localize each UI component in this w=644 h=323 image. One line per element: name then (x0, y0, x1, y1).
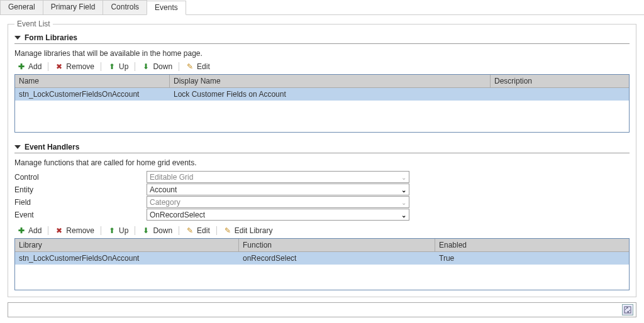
pencil-icon: ✎ (223, 226, 232, 235)
up-button[interactable]: ⬆ Up (105, 226, 131, 236)
pencil-icon: ✎ (186, 62, 194, 71)
chevron-down-icon: ⌄ (401, 186, 406, 193)
event-list-fieldset: Event List Form Libraries Manage librari… (8, 24, 636, 297)
arrow-down-icon: ⬇ (142, 62, 150, 71)
event-select[interactable]: OnRecordSelect ⌄ (147, 209, 409, 221)
down-button[interactable]: ⬇ Down (139, 62, 175, 72)
x-icon: ✖ (55, 226, 64, 235)
edit-library-label: Edit Library (235, 226, 273, 235)
event-handlers-description: Manage functions that are called for hom… (14, 158, 630, 167)
col-display-name[interactable]: Display Name (170, 75, 491, 87)
entity-select[interactable]: Account ⌄ (147, 183, 409, 195)
separator (135, 62, 135, 71)
plus-icon: ✚ (17, 62, 26, 71)
cell-description (491, 88, 629, 101)
down-label: Down (153, 62, 172, 71)
plus-icon: ✚ (17, 226, 26, 235)
chevron-down-icon: ⌄ (401, 199, 406, 205)
remove-button[interactable]: ✖ Remove (52, 226, 97, 236)
separator (101, 226, 101, 235)
arrow-up-icon: ⬆ (108, 62, 116, 71)
field-row: Field Category ⌄ (14, 196, 630, 208)
separator (179, 226, 179, 235)
collapse-icon (14, 145, 21, 149)
add-button[interactable]: ✚ Add (14, 226, 44, 236)
entity-value: Account (150, 185, 177, 194)
form-libraries-description: Manage libraries that will be available … (14, 49, 630, 58)
event-handlers-grid: Library Function Enabled stn_LockCustome… (14, 238, 630, 290)
up-label: Up (119, 226, 128, 235)
table-row[interactable]: stn_LockCustomerFieldsOnAccount Lock Cus… (15, 88, 629, 101)
separator (48, 62, 48, 71)
control-select[interactable]: Editable Grid ⌄ (147, 171, 409, 183)
add-label: Add (28, 62, 42, 71)
collapse-icon (14, 36, 21, 40)
cell-function: onRecordSelect (239, 252, 435, 265)
up-label: Up (119, 62, 128, 71)
arrow-up-icon: ⬆ (108, 226, 116, 235)
expand-icon[interactable] (622, 304, 633, 315)
tab-controls[interactable]: Controls (103, 0, 147, 14)
down-button[interactable]: ⬇ Down (139, 226, 175, 236)
tab-primary-field[interactable]: Primary Field (43, 0, 104, 14)
field-label: Field (14, 198, 147, 207)
chevron-down-icon: ⌄ (401, 211, 406, 218)
field-select[interactable]: Category ⌄ (147, 196, 409, 208)
pencil-icon: ✎ (186, 226, 194, 235)
separator (101, 62, 101, 71)
tab-bar: General Primary Field Controls Events (0, 0, 644, 15)
form-libraries-grid: Name Display Name Description stn_LockCu… (14, 74, 630, 133)
table-row[interactable]: stn_LockCustomerFieldsOnAccount onRecord… (15, 252, 629, 265)
add-button[interactable]: ✚ Add (14, 62, 44, 72)
event-label: Event (14, 211, 147, 219)
edit-library-button[interactable]: ✎ Edit Library (221, 226, 275, 236)
cell-library: stn_LockCustomerFieldsOnAccount (15, 252, 239, 265)
separator (216, 226, 217, 235)
col-library[interactable]: Library (15, 239, 239, 251)
arrow-down-icon: ⬇ (142, 226, 150, 235)
event-handlers-title: Event Handlers (25, 143, 79, 151)
bottom-bar (8, 302, 636, 317)
edit-label: Edit (197, 62, 210, 71)
remove-button[interactable]: ✖ Remove (52, 62, 97, 72)
grid-header: Name Display Name Description (15, 75, 629, 88)
separator (48, 226, 48, 235)
separator (179, 62, 179, 71)
edit-label: Edit (197, 226, 210, 235)
fieldset-legend: Event List (14, 19, 53, 28)
entity-row: Entity Account ⌄ (14, 183, 630, 195)
separator (135, 226, 135, 235)
form-libraries-header[interactable]: Form Libraries (14, 33, 630, 42)
cell-enabled: True (435, 252, 629, 265)
entity-label: Entity (14, 185, 147, 194)
event-row: Event OnRecordSelect ⌄ (14, 209, 630, 221)
event-handlers-toolbar: ✚ Add ✖ Remove ⬆ Up ⬇ Down ✎ Edit (14, 226, 630, 236)
col-enabled[interactable]: Enabled (435, 239, 629, 251)
divider (14, 153, 630, 153)
remove-label: Remove (66, 226, 94, 235)
tab-general[interactable]: General (0, 0, 43, 14)
x-icon: ✖ (55, 62, 64, 71)
add-label: Add (28, 226, 42, 235)
col-description[interactable]: Description (491, 75, 629, 87)
cell-display-name: Lock Customer Fields on Account (170, 88, 491, 101)
edit-button[interactable]: ✎ Edit (183, 226, 213, 236)
control-label: Control (14, 173, 147, 182)
event-handlers-header[interactable]: Event Handlers (14, 143, 630, 151)
field-value: Category (150, 198, 180, 207)
up-button[interactable]: ⬆ Up (105, 62, 131, 72)
down-label: Down (153, 226, 172, 235)
chevron-down-icon: ⌄ (401, 173, 406, 180)
form-libraries-title: Form Libraries (25, 33, 77, 42)
control-row: Control Editable Grid ⌄ (14, 171, 630, 183)
control-value: Editable Grid (150, 173, 193, 182)
divider (14, 43, 630, 44)
event-value: OnRecordSelect (150, 211, 205, 219)
col-name[interactable]: Name (15, 75, 170, 87)
tab-events[interactable]: Events (147, 1, 186, 15)
form-libraries-toolbar: ✚ Add ✖ Remove ⬆ Up ⬇ Down ✎ Edit (14, 62, 630, 72)
cell-name: stn_LockCustomerFieldsOnAccount (15, 88, 170, 101)
grid-header: Library Function Enabled (15, 239, 629, 252)
col-function[interactable]: Function (239, 239, 435, 251)
edit-button[interactable]: ✎ Edit (183, 62, 213, 72)
